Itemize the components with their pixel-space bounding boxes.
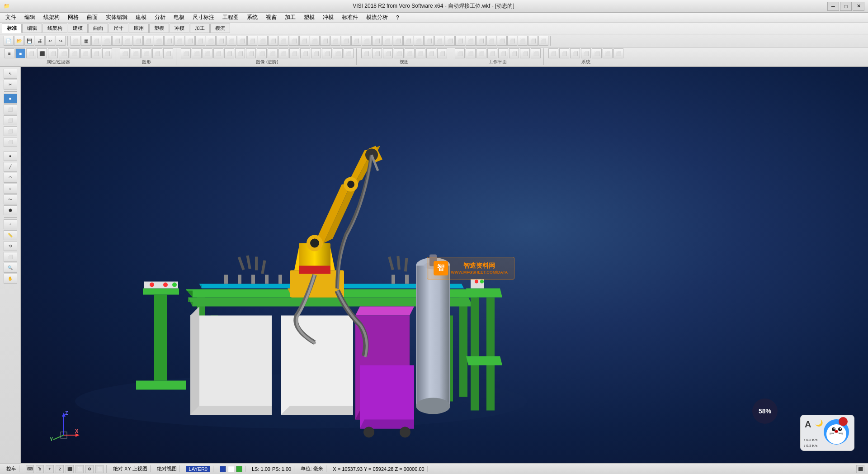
tb-v31[interactable]: ⬜ [382, 36, 392, 46]
subtb-image-14[interactable]: ⬜ [322, 48, 332, 58]
sb-spline[interactable]: 〜 [4, 194, 17, 204]
sb-point[interactable]: ● [4, 151, 17, 161]
subtb-image-6[interactable]: ⬜ [235, 48, 245, 58]
menu-help[interactable]: ? [392, 14, 403, 22]
tb-v42[interactable]: ⬜ [497, 36, 507, 46]
tb-v4[interactable]: ⬜ [102, 36, 112, 46]
sb-transform[interactable]: ⟲ [4, 241, 17, 251]
subtb-image-1[interactable]: ⬜ [181, 48, 191, 58]
menu-edit[interactable]: 编辑 [21, 13, 39, 22]
menu-system[interactable]: 系统 [243, 13, 261, 22]
subtb-image-5[interactable]: ⬜ [224, 48, 234, 58]
sb-zoom[interactable]: 🔍 [4, 263, 17, 273]
status-icon-3[interactable]: + [46, 465, 54, 473]
tb-v15[interactable]: ⬜ [216, 36, 226, 46]
tb-v20[interactable]: ⬜ [268, 36, 278, 46]
subtb-sys-3[interactable]: ⬜ [570, 48, 580, 58]
subtb-image-16[interactable]: ⬜ [344, 48, 354, 58]
tb-v12[interactable]: ⬜ [185, 36, 195, 46]
sb-color[interactable]: ⬜ [4, 126, 17, 136]
subtb-shape-3[interactable]: ⬜ [142, 48, 151, 58]
sb-arc[interactable]: ◠ [4, 173, 17, 183]
menu-electrode[interactable]: 电极 [170, 13, 188, 22]
subtb-filter-7[interactable]: ⬜ [70, 48, 80, 58]
tb-open[interactable]: 📂 [14, 36, 24, 46]
tb-v37[interactable]: ⬜ [445, 36, 455, 46]
menu-solid-edit[interactable]: 实体编辑 [102, 13, 131, 22]
tb-v30[interactable]: ⬜ [372, 36, 382, 46]
status-icon-1[interactable]: ⌨ [26, 465, 34, 473]
status-icon-6[interactable]: ⬜ [75, 465, 84, 473]
subtb-view-1[interactable]: ⬜ [361, 48, 371, 58]
menu-standard[interactable]: 标准件 [338, 13, 362, 22]
tb-v18[interactable]: ⬜ [247, 36, 257, 46]
tab-die[interactable]: 冲模 [170, 24, 189, 33]
menu-die[interactable]: 冲模 [319, 13, 337, 22]
sb-copy[interactable]: ⬜ [4, 252, 17, 262]
subtb-filter-1[interactable]: ≡ [5, 48, 14, 58]
tb-v34[interactable]: ⬜ [414, 36, 424, 46]
subtb-view-5[interactable]: ⬜ [405, 48, 415, 58]
sb-deselect[interactable]: ✂ [4, 80, 17, 90]
tb-v26[interactable]: ⬜ [330, 36, 340, 46]
sb-delete[interactable]: ⬜ [4, 137, 17, 147]
subtb-wp-3[interactable]: ⬜ [476, 48, 486, 58]
tb-save[interactable]: 💾 [24, 36, 34, 46]
tb-v36[interactable]: ⬜ [434, 36, 444, 46]
subtb-sys-4[interactable]: ⬜ [581, 48, 591, 58]
sb-hide[interactable]: ⬜ [4, 104, 17, 114]
subtb-filter-2[interactable]: ■ [15, 48, 25, 58]
subtb-filter-8[interactable]: ⬜ [80, 48, 90, 58]
tb-v10[interactable]: ⬜ [164, 36, 174, 46]
tb-v33[interactable]: ⬜ [403, 36, 413, 46]
tb-v45[interactable]: ⬜ [528, 36, 538, 46]
menu-model[interactable]: 建模 [132, 13, 150, 22]
tb-v44[interactable]: ⬜ [518, 36, 528, 46]
tb-v25[interactable]: ⬜ [320, 36, 330, 46]
tb-v40[interactable]: ⬜ [476, 36, 486, 46]
menu-grid[interactable]: 网格 [64, 13, 82, 22]
subtb-sys-2[interactable]: ⬜ [559, 48, 569, 58]
tab-plastic[interactable]: 塑模 [149, 24, 169, 33]
subtb-sys-5[interactable]: ⬜ [592, 48, 602, 58]
subtb-sys-7[interactable]: ⬜ [613, 48, 623, 58]
subtb-view-3[interactable]: ⬜ [383, 48, 393, 58]
tb-v27[interactable]: ⬜ [341, 36, 351, 46]
subtb-shape-4[interactable]: ⬜ [152, 48, 162, 58]
close-button[interactable]: ✕ [853, 2, 864, 11]
minimize-button[interactable]: ─ [827, 2, 839, 11]
subtb-filter-5[interactable]: ⬜ [48, 48, 58, 58]
tab-apply[interactable]: 应用 [129, 24, 149, 33]
menu-analyze[interactable]: 分析 [151, 13, 169, 22]
subtb-view-6[interactable]: ⬜ [415, 48, 425, 58]
menu-wireframe[interactable]: 线架构 [40, 13, 63, 22]
tb-v7[interactable]: ⬜ [133, 36, 143, 46]
tb-v9[interactable]: ⬜ [154, 36, 164, 46]
menu-surface[interactable]: 曲面 [83, 13, 101, 22]
sb-select[interactable]: ↖ [4, 69, 17, 79]
tb-v3[interactable]: ⬜ [91, 36, 101, 46]
subtb-image-7[interactable]: ⬜ [246, 48, 256, 58]
subtb-view-8[interactable]: ⬜ [437, 48, 447, 58]
maximize-button[interactable]: □ [840, 2, 852, 11]
tab-machining2[interactable]: 加工 [190, 24, 210, 33]
sb-poly[interactable]: ⬟ [4, 205, 17, 215]
tb-v32[interactable]: ⬜ [393, 36, 403, 46]
menu-dim[interactable]: 尺寸标注 [189, 13, 218, 22]
subtb-wp-8[interactable]: ⬜ [531, 48, 541, 58]
tab-edit[interactable]: 编辑 [22, 24, 42, 33]
subtb-image-10[interactable]: ⬜ [278, 48, 288, 58]
tb-print[interactable]: 🖨 [35, 36, 45, 46]
sb-circle[interactable]: ○ [4, 184, 17, 194]
tab-dimension[interactable]: 尺寸 [108, 24, 128, 33]
subtb-image-3[interactable]: ⬜ [203, 48, 212, 58]
status-end-btn[interactable]: ⬛ [856, 465, 864, 473]
tb-v23[interactable]: ⬜ [299, 36, 309, 46]
sb-measure[interactable]: 📏 [4, 230, 17, 240]
tb-v11[interactable]: ⬜ [175, 36, 184, 46]
tb-v41[interactable]: ⬜ [486, 36, 496, 46]
subtb-image-9[interactable]: ⬜ [268, 48, 278, 58]
subtb-view-4[interactable]: ⬜ [394, 48, 404, 58]
subtb-wp-4[interactable]: ⬜ [487, 48, 497, 58]
menu-view[interactable]: 视窗 [262, 13, 280, 22]
